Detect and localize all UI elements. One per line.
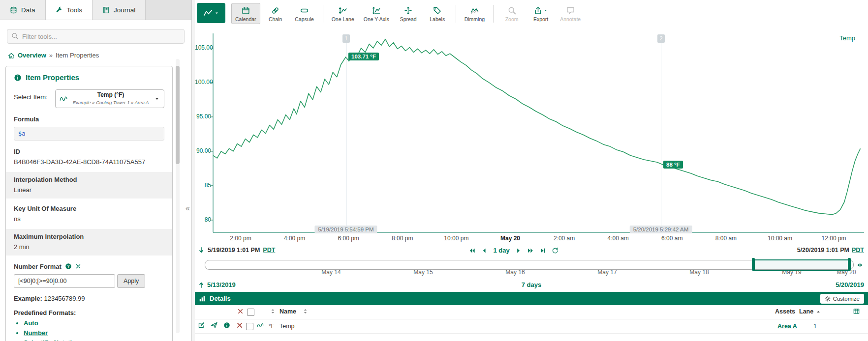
slider-duration[interactable]: 7 days xyxy=(522,281,541,288)
remove-all-icon[interactable] xyxy=(237,308,244,314)
x-axis-tick-label: 12:00 pm xyxy=(812,235,856,242)
y-axis-tick-label: 100.00 xyxy=(195,79,211,85)
pan-back-icon[interactable] xyxy=(481,247,488,254)
pan-back-full-icon[interactable] xyxy=(468,247,475,254)
customize-button[interactable]: Customize xyxy=(820,294,864,304)
sort-icon[interactable] xyxy=(270,308,276,314)
cursor-value-2: 88 °F xyxy=(663,161,683,169)
range-start-time[interactable]: 5/19/2019 1:01 PM xyxy=(208,247,260,254)
predefined-format-item: Number xyxy=(24,329,172,337)
pan-forward-full-icon[interactable] xyxy=(527,247,534,254)
cursor-line-2[interactable] xyxy=(661,34,661,233)
field-number-format: Number Format ? Apply xyxy=(6,256,172,288)
wrench-icon xyxy=(56,6,63,14)
field-unit: Key Unit Of Measure ns xyxy=(6,199,172,223)
timezone-link[interactable]: PDT xyxy=(263,247,275,254)
paper-plane-icon[interactable] xyxy=(211,322,217,329)
duration-label[interactable]: 1 day xyxy=(493,247,509,254)
column-assets[interactable]: Assets xyxy=(775,308,795,315)
details-table-row[interactable]: °FTempArea A1 xyxy=(195,319,868,334)
slider-tick-label: May 14 xyxy=(321,269,341,276)
selected-item: Temp (°F) Example » Cooling Tower 1 » Ar… xyxy=(70,91,151,106)
cursor-line-1[interactable] xyxy=(346,34,346,233)
sort-icon[interactable] xyxy=(302,308,309,314)
tab-journal[interactable]: Journal xyxy=(93,0,146,20)
auto-update-icon[interactable] xyxy=(552,247,559,254)
details-table-body: °FTempArea A1 xyxy=(195,319,868,334)
predefined-format-link[interactable]: Auto xyxy=(24,319,38,327)
row-asset-link[interactable]: Area A xyxy=(777,323,797,330)
trend-chart[interactable]: 105.00100.0095.0090.008580 2:00 pm4:00 p… xyxy=(195,0,868,246)
slider-tick-label: May 17 xyxy=(597,269,617,276)
selected-range[interactable] xyxy=(753,259,850,271)
x-axis-tick-label: 2:00 am xyxy=(542,235,587,242)
sidebar: DataToolsJournal Overview » Item Propert… xyxy=(0,0,192,341)
add-column-icon[interactable] xyxy=(853,308,860,314)
search-icon xyxy=(11,32,18,41)
column-name[interactable]: Name xyxy=(279,308,296,315)
customize-label: Customize xyxy=(833,296,860,302)
sidebar-scrollbar[interactable] xyxy=(176,59,180,333)
collapse-sidebar-button[interactable]: « xyxy=(184,202,191,214)
select-item-label: Select Item: xyxy=(14,89,51,108)
tab-data[interactable]: Data xyxy=(0,0,46,20)
filter-tools-input[interactable] xyxy=(7,29,185,44)
step-to-now-icon[interactable] xyxy=(540,247,547,254)
max-interpolation-value: 2 min xyxy=(14,243,164,251)
pan-forward-icon[interactable] xyxy=(515,247,522,254)
pencil-square-icon[interactable] xyxy=(198,322,205,329)
seeq-workbench: DataToolsJournal Overview » Item Propert… xyxy=(0,0,868,341)
range-start: 5/19/2019 1:01 PM PDT xyxy=(198,247,275,254)
cursor-handle-1[interactable]: 1 xyxy=(342,34,350,43)
formula-label: Formula xyxy=(14,115,164,123)
selected-item-name: Temp (°F) xyxy=(97,91,124,98)
row-checkbox[interactable] xyxy=(246,323,253,330)
formula-value[interactable]: $a xyxy=(14,127,164,141)
apply-button[interactable]: Apply xyxy=(117,274,145,288)
breadcrumb-current: Item Properties xyxy=(56,52,99,59)
predefined-formats-label: Predefined Formats: xyxy=(6,302,172,316)
timezone-link[interactable]: PDT xyxy=(852,247,864,254)
info-icon[interactable] xyxy=(223,322,230,329)
slider-start-date[interactable]: 5/13/2019 xyxy=(207,281,236,288)
svg-text:?: ? xyxy=(67,264,69,269)
help-icon[interactable]: ? xyxy=(65,263,72,270)
predefined-format-link[interactable]: Scientific Notation xyxy=(24,339,80,341)
item-select-dropdown[interactable]: Temp (°F) Example » Cooling Tower 1 » Ar… xyxy=(55,89,164,108)
remove-item-icon[interactable] xyxy=(236,322,243,329)
capsule-range-bar: 5/13/2019 7 days 5/20/2019 xyxy=(195,281,868,291)
book-icon xyxy=(102,6,110,14)
start-arrow-down-icon[interactable] xyxy=(198,247,205,254)
interpolation-value: Linear xyxy=(14,186,164,194)
start-arrow-up-icon[interactable] xyxy=(198,282,205,288)
tab-label: Tools xyxy=(67,6,83,14)
pan-controls: 1 day xyxy=(468,247,558,254)
number-format-input[interactable] xyxy=(14,274,115,288)
x-axis-tick-label: 6:00 pm xyxy=(326,235,371,242)
legend-temp[interactable]: Temp xyxy=(839,34,855,42)
example-value: 123456789.99 xyxy=(44,295,85,302)
breadcrumb-overview-link[interactable]: Overview xyxy=(18,52,46,59)
selected-item-path: Example » Cooling Tower 1 » Area A xyxy=(73,100,149,105)
chevron-down-icon xyxy=(154,96,160,102)
slider-end-date[interactable]: 5/20/2019 xyxy=(836,281,864,288)
scrollbar-thumb[interactable] xyxy=(176,66,180,164)
interpolation-label: Interpolation Method xyxy=(14,176,164,183)
range-handle-right[interactable] xyxy=(848,258,851,271)
clear-format-icon[interactable] xyxy=(75,263,81,269)
x-axis-tick-label: 6:00 am xyxy=(650,235,694,242)
select-all-checkbox[interactable] xyxy=(247,309,254,316)
predefined-format-link[interactable]: Number xyxy=(24,329,48,337)
field-id: ID B4B046F3-DA3D-42AE-8CD8-74A11075A557 xyxy=(6,141,172,166)
expand-range-icon[interactable] xyxy=(856,261,864,269)
range-handle-left[interactable] xyxy=(752,258,755,271)
home-icon[interactable] xyxy=(8,52,15,59)
filter-tools-box xyxy=(7,29,185,44)
item-properties-panel: Item Properties Select Item: Temp (°F) E… xyxy=(5,66,173,341)
column-lane[interactable]: Lane xyxy=(799,308,813,315)
tab-label: Data xyxy=(21,6,35,14)
cursor-handle-2[interactable]: 2 xyxy=(657,34,665,43)
field-formula: Formula xyxy=(6,108,172,123)
tab-tools[interactable]: Tools xyxy=(46,0,93,20)
range-end-time[interactable]: 5/20/2019 1:01 PM xyxy=(797,247,849,254)
